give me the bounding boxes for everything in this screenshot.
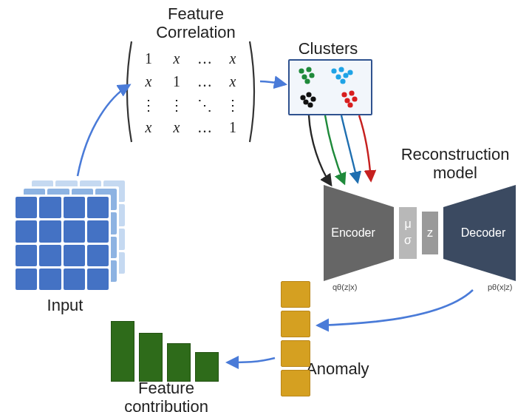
svg-point-16 (341, 92, 347, 97)
mu-sigma-block (399, 207, 417, 259)
svg-point-19 (352, 96, 357, 101)
svg-point-5 (331, 68, 336, 73)
correlation-matrix: 1 x … x x 1 … x ⋮ ⋮ ⋱ ⋮ x x … 1 (124, 44, 257, 142)
svg-point-6 (338, 67, 344, 72)
matrix-paren-right-icon (248, 40, 260, 143)
matrix-cell: x (146, 73, 152, 90)
decoder-label: Decoder (461, 226, 506, 239)
arrow-cluster-blue (341, 115, 358, 182)
input-label: Input (24, 296, 106, 314)
feature-correlation-label: FeatureCorrelation (155, 4, 236, 42)
svg-point-1 (306, 67, 311, 72)
bar (167, 343, 191, 382)
svg-point-2 (301, 74, 307, 79)
bar (111, 321, 134, 382)
svg-point-7 (335, 74, 341, 79)
svg-point-15 (307, 102, 313, 107)
matrix-cell: 1 (173, 73, 180, 90)
matrix-cell: x (174, 119, 180, 136)
feature-contribution-label: Featurecontribution (111, 379, 222, 412)
svg-point-8 (343, 72, 348, 78)
svg-point-12 (306, 92, 311, 97)
anomaly-column (281, 281, 310, 396)
matrix-cell: x (174, 50, 180, 67)
bar (195, 352, 219, 382)
arrow-cluster-red (359, 115, 371, 180)
z-label: z (427, 226, 433, 239)
feature-contribution-bars (111, 318, 222, 382)
matrix-cell: ⋮ (169, 96, 184, 114)
matrix-cell: ⋮ (141, 96, 156, 114)
matrix-cell: … (197, 50, 212, 67)
anomaly-cell (281, 340, 310, 367)
svg-point-20 (347, 102, 352, 107)
anomaly-cell (281, 370, 310, 396)
matrix-paren-left-icon (121, 40, 133, 143)
arrow-matrix-to-clusters (260, 81, 285, 84)
matrix-cell: ⋱ (197, 96, 212, 114)
q-distribution-label: qθ(z|x) (332, 283, 357, 291)
matrix-cell: 1 (229, 119, 236, 136)
clusters-panel (288, 59, 372, 115)
arrow-anomaly-to-bars (228, 358, 275, 362)
clusters-label: Clusters (291, 39, 365, 58)
matrix-cell: 1 (145, 50, 152, 67)
matrix-cell: ⋮ (225, 96, 240, 114)
svg-point-11 (300, 95, 305, 100)
sigma-label: σ (404, 234, 412, 246)
matrix-cell: x (230, 50, 236, 67)
reconstruction-model: Encoder μ σ z Decoder qθ(z|x) pθ(x|z) (324, 185, 516, 281)
mu-label: μ (404, 217, 411, 230)
encoder-label: Encoder (331, 226, 375, 239)
svg-point-4 (304, 78, 310, 84)
svg-point-9 (347, 70, 352, 75)
matrix-cell: … (197, 73, 212, 90)
reconstruction-model-label: Reconstructionmodel (396, 145, 514, 183)
svg-point-13 (303, 99, 308, 104)
matrix-cell: x (146, 119, 152, 136)
anomaly-cell (281, 281, 310, 308)
clusters-scatter-icon (290, 61, 371, 114)
input-grids (13, 178, 124, 289)
matrix-cell: … (197, 119, 212, 136)
svg-point-0 (299, 68, 304, 73)
arrow-model-to-anomaly (318, 290, 473, 325)
svg-point-3 (309, 72, 314, 78)
svg-point-17 (349, 90, 354, 95)
arrow-cluster-black (309, 115, 331, 185)
arrow-cluster-green (325, 115, 344, 183)
anomaly-cell (281, 311, 310, 337)
anomaly-label: Anomaly (306, 359, 387, 378)
bar (139, 333, 163, 382)
svg-point-10 (340, 78, 345, 84)
input-grid-front (13, 195, 111, 292)
matrix-cell: x (230, 73, 236, 90)
svg-point-18 (344, 98, 349, 103)
svg-point-14 (310, 96, 316, 101)
p-distribution-label: pθ(x|z) (488, 283, 512, 291)
